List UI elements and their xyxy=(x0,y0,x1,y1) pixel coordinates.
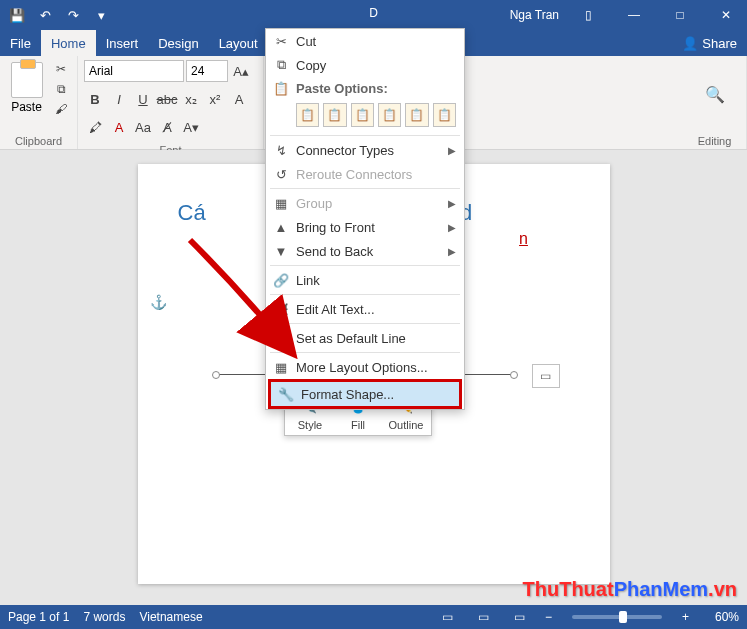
underline-button[interactable]: U xyxy=(132,88,154,110)
bold-button[interactable]: B xyxy=(84,88,106,110)
ctx-bring-to-front[interactable]: ▲Bring to Front▶ xyxy=(266,215,464,239)
status-language[interactable]: Vietnamese xyxy=(139,610,202,624)
ctx-connector-types[interactable]: ↯Connector Types▶ xyxy=(266,138,464,162)
text-effects-button[interactable]: A xyxy=(228,88,250,110)
highlight-button[interactable]: 🖍 xyxy=(84,116,106,138)
status-words[interactable]: 7 words xyxy=(83,610,125,624)
ctx-copy[interactable]: ⧉Copy xyxy=(266,53,464,77)
zoom-slider[interactable] xyxy=(572,615,662,619)
close-icon[interactable]: ✕ xyxy=(705,0,747,30)
resize-handle-right[interactable] xyxy=(510,371,518,379)
ctx-cut[interactable]: ✂Cut xyxy=(266,29,464,53)
reroute-icon: ↺ xyxy=(272,167,290,182)
group-icon: ▦ xyxy=(272,196,290,211)
status-bar: Page 1 of 1 7 words Vietnamese ▭ ▭ ▭ − +… xyxy=(0,605,747,629)
zoom-out-button[interactable]: − xyxy=(545,610,552,624)
ctx-format-shape-highlight: 🔧Format Shape... xyxy=(268,379,462,409)
group-clipboard-label: Clipboard xyxy=(0,133,77,149)
paste-button[interactable]: Paste xyxy=(11,100,42,114)
ctx-more-layout-options[interactable]: ▦More Layout Options... xyxy=(266,355,464,379)
copy-icon[interactable]: ⧉ xyxy=(51,80,71,98)
paste-option-3[interactable]: 📋 xyxy=(351,103,374,127)
layout-icon: ▦ xyxy=(272,360,290,375)
redo-icon[interactable]: ↷ xyxy=(60,3,86,27)
ctx-reroute-connectors: ↺Reroute Connectors xyxy=(266,162,464,186)
mini-style-label: Style xyxy=(298,419,322,431)
tab-file[interactable]: File xyxy=(0,30,41,56)
subscript-button[interactable]: x₂ xyxy=(180,88,202,110)
share-icon: 👤 xyxy=(682,36,698,51)
view-read-mode-icon[interactable]: ▭ xyxy=(437,608,459,626)
paste-icon[interactable] xyxy=(11,62,43,98)
ctx-paste-options: 📋 📋 📋 📋 📋 📋 xyxy=(266,99,464,133)
qat-customize-icon[interactable]: ▾ xyxy=(88,3,114,27)
view-web-layout-icon[interactable]: ▭ xyxy=(509,608,531,626)
undo-icon[interactable]: ↶ xyxy=(32,3,58,27)
paste-option-4[interactable]: 📋 xyxy=(378,103,401,127)
font-color-button[interactable]: A xyxy=(108,116,130,138)
paste-option-5[interactable]: 📋 xyxy=(405,103,428,127)
ctx-group: ▦Group▶ xyxy=(266,191,464,215)
paste-icon: 📋 xyxy=(272,81,290,96)
connector-icon: ↯ xyxy=(272,143,290,158)
copy-icon: ⧉ xyxy=(272,57,290,73)
paste-option-1[interactable]: 📋 xyxy=(296,103,319,127)
superscript-button[interactable]: x² xyxy=(204,88,226,110)
minimize-icon[interactable]: — xyxy=(613,0,655,30)
italic-button[interactable]: I xyxy=(108,88,130,110)
link-icon: 🔗 xyxy=(272,273,290,288)
zoom-in-button[interactable]: + xyxy=(682,610,689,624)
cut-icon[interactable]: ✂ xyxy=(51,60,71,78)
title-bar: 💾 ↶ ↷ ▾ D Nga Tran ▯ — □ ✕ xyxy=(0,0,747,30)
zoom-thumb[interactable] xyxy=(619,611,627,623)
share-label: Share xyxy=(702,36,737,51)
ctx-send-to-back[interactable]: ▼Send to Back▶ xyxy=(266,239,464,263)
alt-text-icon: 🖼 xyxy=(272,302,290,317)
paste-option-6[interactable]: 📋 xyxy=(433,103,456,127)
tab-design[interactable]: Design xyxy=(148,30,208,56)
maximize-icon[interactable]: □ xyxy=(659,0,701,30)
layout-options-chip[interactable]: ▭ xyxy=(532,364,560,388)
view-print-layout-icon[interactable]: ▭ xyxy=(473,608,495,626)
strikethrough-button[interactable]: abc xyxy=(156,88,178,110)
bring-front-icon: ▲ xyxy=(272,220,290,235)
paste-option-2[interactable]: 📋 xyxy=(323,103,346,127)
font-size-combo[interactable] xyxy=(186,60,228,82)
format-shape-icon: 🔧 xyxy=(277,387,295,402)
document-title: D xyxy=(369,6,378,20)
ctx-paste-options-header: 📋Paste Options: xyxy=(266,77,464,99)
group-editing-label: Editing xyxy=(698,133,732,149)
tab-home[interactable]: Home xyxy=(41,30,96,56)
zoom-level[interactable]: 60% xyxy=(703,610,739,624)
share-button[interactable]: 👤 Share xyxy=(672,30,747,56)
mini-outline-label: Outline xyxy=(389,419,424,431)
context-menu: ✂Cut ⧉Copy 📋Paste Options: 📋 📋 📋 📋 📋 📋 ↯… xyxy=(265,28,465,410)
mini-fill-label: Fill xyxy=(351,419,365,431)
clear-formatting-button[interactable]: A̸ xyxy=(156,116,178,138)
ctx-set-default-line[interactable]: Set as Default Line xyxy=(266,326,464,350)
ctx-format-shape[interactable]: 🔧Format Shape... xyxy=(271,382,459,406)
shrink-font-icon[interactable]: A▾ xyxy=(180,116,202,138)
cut-icon: ✂ xyxy=(272,34,290,49)
anchor-icon[interactable]: ⚓ xyxy=(150,294,167,310)
user-name[interactable]: Nga Tran xyxy=(510,8,559,22)
grow-font-icon[interactable]: A▴ xyxy=(230,60,252,82)
ribbon-options-icon[interactable]: ▯ xyxy=(567,0,609,30)
watermark: ThuThuatPhanMem.vn xyxy=(523,578,737,601)
tab-insert[interactable]: Insert xyxy=(96,30,149,56)
resize-handle-left[interactable] xyxy=(212,371,220,379)
ctx-link[interactable]: 🔗Link xyxy=(266,268,464,292)
status-page[interactable]: Page 1 of 1 xyxy=(8,610,69,624)
find-icon[interactable]: 🔍 xyxy=(705,85,725,105)
quick-access-toolbar: 💾 ↶ ↷ ▾ xyxy=(0,3,114,27)
save-icon[interactable]: 💾 xyxy=(4,3,30,27)
format-painter-icon[interactable]: 🖌 xyxy=(51,100,71,118)
change-case-button[interactable]: Aa xyxy=(132,116,154,138)
ctx-edit-alt-text[interactable]: 🖼Edit Alt Text... xyxy=(266,297,464,321)
send-back-icon: ▼ xyxy=(272,244,290,259)
tab-layout[interactable]: Layout xyxy=(209,30,268,56)
font-name-combo[interactable] xyxy=(84,60,184,82)
